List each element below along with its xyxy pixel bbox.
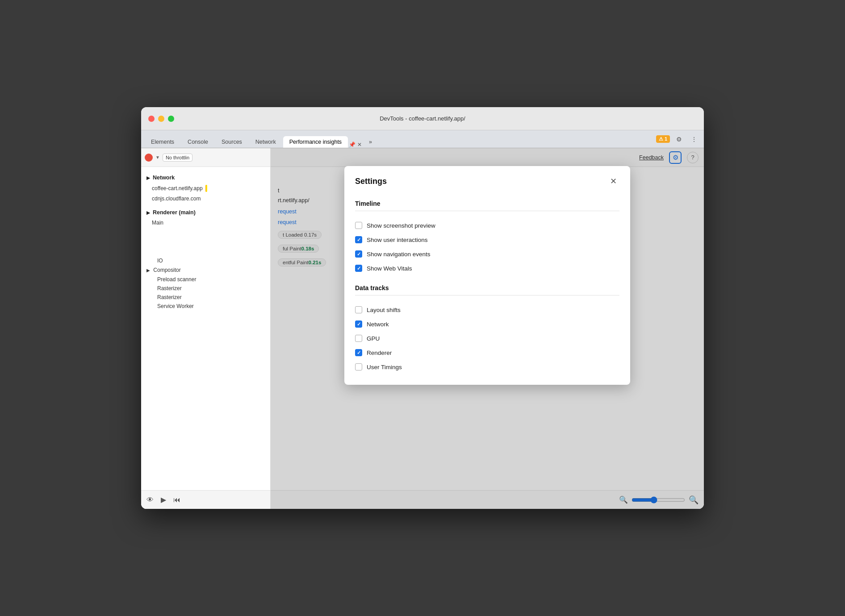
- label-network: Network: [367, 321, 389, 328]
- skip-start-icon[interactable]: ⏮: [173, 496, 180, 504]
- timeline-section-title: Timeline: [355, 200, 619, 207]
- tab-sources[interactable]: Sources: [215, 136, 248, 148]
- label-renderer: Renderer: [367, 350, 392, 356]
- settings-row-gpu: GPU: [355, 331, 619, 345]
- devtools-more-icon[interactable]: ⋮: [688, 133, 700, 146]
- network-item-cloudflare[interactable]: cdnjs.cloudflare.com: [141, 194, 270, 204]
- traffic-lights: [148, 116, 174, 122]
- tab-performance-insights[interactable]: Performance insights: [283, 136, 348, 148]
- bar-indicator-icon: [205, 185, 207, 192]
- warning-badge: ⚠ 1: [656, 135, 670, 143]
- throttle-selector[interactable]: No throttlin: [163, 154, 192, 162]
- service-worker-item[interactable]: Service Worker: [141, 302, 270, 311]
- label-web-vitals: Show Web Vitals: [367, 265, 412, 272]
- checkbox-screenshot-preview[interactable]: [355, 222, 362, 229]
- tab-icons: ⚠ 1 ⚙ ⋮: [656, 133, 700, 146]
- left-panel-content: ▶ Network coffee-cart.netlify.app cdnjs.…: [141, 167, 270, 490]
- io-item[interactable]: IO: [141, 256, 270, 265]
- eye-icon[interactable]: 👁: [146, 496, 154, 504]
- tab-elements[interactable]: Elements: [145, 136, 180, 148]
- label-screenshot-preview: Show screenshot preview: [367, 222, 435, 229]
- network-section-header[interactable]: ▶ Network: [141, 172, 270, 183]
- network-item-coffee-cart[interactable]: coffee-cart.netlify.app: [141, 183, 270, 194]
- minimize-traffic-light[interactable]: [158, 116, 164, 122]
- compositor-arrow-icon: ▶: [146, 268, 150, 273]
- close-traffic-light[interactable]: [148, 116, 155, 122]
- modal-title: Settings: [355, 177, 387, 186]
- checkbox-layout-shifts[interactable]: [355, 306, 362, 313]
- settings-row-web-vitals: Show Web Vitals: [355, 261, 619, 275]
- preload-scanner-item[interactable]: Preload scanner: [141, 275, 270, 284]
- left-panel: ▼ No throttlin ▶ Network coffee-cart.net…: [141, 148, 271, 509]
- network-arrow-icon: ▶: [146, 175, 150, 180]
- label-layout-shifts: Layout shifts: [367, 307, 401, 313]
- cloudflare-label: cdnjs.cloudflare.com: [152, 196, 201, 202]
- data-tracks-section-title: Data tracks: [355, 284, 619, 291]
- checkbox-web-vitals[interactable]: [355, 265, 362, 272]
- renderer-arrow-icon: ▶: [146, 210, 150, 215]
- network-item-label: coffee-cart.netlify.app: [152, 185, 203, 191]
- checkbox-gpu[interactable]: [355, 335, 362, 342]
- tab-console[interactable]: Console: [181, 136, 214, 148]
- settings-row-network: Network: [355, 317, 619, 331]
- record-button[interactable]: [145, 154, 153, 162]
- modal-header: Settings ✕: [344, 166, 630, 193]
- compositor-label: Compositor: [153, 267, 180, 273]
- modal-body: Timeline Show screenshot preview Show us…: [344, 193, 630, 385]
- modal-close-button[interactable]: ✕: [607, 175, 619, 187]
- checkbox-user-interactions[interactable]: [355, 236, 362, 243]
- timeline-divider: [355, 211, 619, 211]
- renderer-main-item[interactable]: Main: [141, 218, 270, 228]
- network-section: ▶ Network coffee-cart.netlify.app cdnjs.…: [141, 171, 270, 205]
- settings-row-layout-shifts: Layout shifts: [355, 303, 619, 317]
- pin-icon: 📌: [349, 142, 356, 148]
- window-title: DevTools - coffee-cart.netlify.app/: [380, 115, 465, 122]
- settings-row-screenshot: Show screenshot preview: [355, 218, 619, 233]
- dropdown-arrow-icon[interactable]: ▼: [155, 155, 160, 160]
- other-items: IO ▶ Compositor Preload scanner Rasteriz…: [141, 256, 270, 311]
- settings-row-user-timings: User Timings: [355, 360, 619, 374]
- devtools-tabs: Elements Console Sources Network Perform…: [141, 130, 704, 148]
- renderer-section-header[interactable]: ▶ Renderer (main): [141, 207, 270, 218]
- checkbox-user-timings[interactable]: [355, 363, 362, 370]
- maximize-traffic-light[interactable]: [168, 116, 174, 122]
- title-bar: DevTools - coffee-cart.netlify.app/: [141, 107, 704, 130]
- renderer-main-label: Main: [152, 220, 163, 226]
- label-user-interactions: Show user interactions: [367, 237, 428, 243]
- rasterizer-item-2[interactable]: Rasterizer: [141, 293, 270, 302]
- network-label: Network: [153, 175, 175, 181]
- label-navigation-events: Show navigation events: [367, 251, 431, 258]
- devtools-body: ▼ No throttlin ▶ Network coffee-cart.net…: [141, 148, 704, 509]
- checkbox-network[interactable]: [355, 320, 362, 328]
- checkbox-renderer[interactable]: [355, 349, 362, 356]
- play-icon[interactable]: ▶: [161, 495, 166, 504]
- rasterizer-item-1[interactable]: Rasterizer: [141, 284, 270, 293]
- settings-row-navigation: Show navigation events: [355, 247, 619, 261]
- devtools-container: Elements Console Sources Network Perform…: [141, 130, 704, 509]
- label-user-timings: User Timings: [367, 364, 402, 370]
- tab-more[interactable]: »: [363, 136, 378, 148]
- modal-overlay: Settings ✕ Timeline Show screenshot prev…: [271, 148, 704, 509]
- right-panel: Feedback ⚙ ? Details t rt.netlify.app/ r…: [271, 148, 704, 509]
- renderer-section: ▶ Renderer (main) Main: [141, 205, 270, 229]
- tab-close-icon[interactable]: ✕: [357, 142, 362, 148]
- checkbox-navigation-events[interactable]: [355, 250, 362, 258]
- devtools-settings-icon[interactable]: ⚙: [673, 133, 685, 146]
- settings-row-user-interactions: Show user interactions: [355, 233, 619, 247]
- devtools-window: DevTools - coffee-cart.netlify.app/ Elem…: [141, 107, 704, 509]
- settings-row-renderer: Renderer: [355, 345, 619, 360]
- data-tracks-divider: [355, 295, 619, 296]
- left-panel-footer: 👁 ▶ ⏮: [141, 490, 270, 509]
- compositor-item[interactable]: ▶ Compositor: [141, 265, 270, 275]
- left-panel-toolbar: ▼ No throttlin: [141, 148, 270, 167]
- settings-modal: Settings ✕ Timeline Show screenshot prev…: [344, 166, 630, 385]
- renderer-label: Renderer (main): [153, 209, 196, 216]
- label-gpu: GPU: [367, 335, 380, 342]
- tab-pin-close: 📌 ✕: [349, 142, 362, 148]
- tab-network[interactable]: Network: [249, 136, 282, 148]
